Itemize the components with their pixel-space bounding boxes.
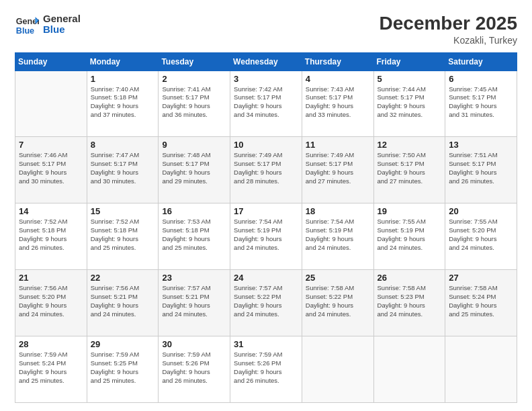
calendar-cell: 11Sunrise: 7:49 AMSunset: 5:17 PMDayligh… — [302, 137, 373, 203]
calendar-cell — [15, 71, 87, 137]
calendar-cell: 25Sunrise: 7:58 AMSunset: 5:22 PMDayligh… — [302, 270, 373, 336]
calendar-cell: 27Sunrise: 7:58 AMSunset: 5:24 PMDayligh… — [445, 270, 517, 336]
day-number: 1 — [91, 74, 155, 84]
day-number: 9 — [162, 140, 226, 150]
day-info: Sunrise: 7:59 AMSunset: 5:26 PMDaylight:… — [234, 351, 298, 385]
day-number: 29 — [91, 339, 155, 349]
logo-blue: Blue — [43, 24, 81, 36]
day-info: Sunrise: 7:58 AMSunset: 5:24 PMDaylight:… — [449, 284, 513, 318]
header: General Blue General Blue December 2025 … — [15, 12, 517, 46]
day-number: 7 — [19, 140, 83, 150]
day-number: 10 — [234, 140, 298, 150]
day-number: 25 — [306, 273, 370, 283]
calendar-cell: 20Sunrise: 7:55 AMSunset: 5:20 PMDayligh… — [445, 203, 517, 270]
day-info: Sunrise: 7:57 AMSunset: 5:22 PMDaylight:… — [234, 284, 298, 318]
calendar-cell: 18Sunrise: 7:54 AMSunset: 5:19 PMDayligh… — [302, 203, 373, 270]
header-thursday: Thursday — [302, 52, 373, 71]
day-number: 27 — [449, 273, 513, 283]
logo-general: General — [43, 13, 81, 25]
calendar-cell: 16Sunrise: 7:53 AMSunset: 5:18 PMDayligh… — [159, 203, 230, 270]
day-number: 18 — [306, 206, 370, 216]
week-row-1: 7Sunrise: 7:46 AMSunset: 5:17 PMDaylight… — [15, 137, 517, 203]
day-info: Sunrise: 7:58 AMSunset: 5:22 PMDaylight:… — [306, 284, 370, 318]
day-number: 15 — [91, 206, 155, 216]
day-number: 22 — [91, 273, 155, 283]
day-info: Sunrise: 7:57 AMSunset: 5:21 PMDaylight:… — [162, 284, 226, 318]
page: General Blue General Blue December 2025 … — [0, 0, 532, 411]
day-info: Sunrise: 7:52 AMSunset: 5:18 PMDaylight:… — [19, 218, 83, 252]
day-info: Sunrise: 7:58 AMSunset: 5:23 PMDaylight:… — [378, 284, 442, 318]
day-info: Sunrise: 7:44 AMSunset: 5:17 PMDaylight:… — [378, 85, 442, 120]
day-number: 26 — [378, 273, 442, 283]
day-number: 6 — [449, 74, 513, 84]
day-info: Sunrise: 7:52 AMSunset: 5:18 PMDaylight:… — [91, 218, 155, 252]
day-info: Sunrise: 7:54 AMSunset: 5:19 PMDaylight:… — [306, 218, 370, 252]
day-info: Sunrise: 7:48 AMSunset: 5:17 PMDaylight:… — [162, 151, 226, 185]
day-number: 28 — [19, 339, 83, 349]
day-number: 16 — [162, 206, 226, 216]
svg-text:Blue: Blue — [16, 26, 34, 36]
day-info: Sunrise: 7:40 AMSunset: 5:18 PMDaylight:… — [91, 85, 155, 120]
week-row-3: 21Sunrise: 7:56 AMSunset: 5:20 PMDayligh… — [15, 270, 517, 336]
day-info: Sunrise: 7:50 AMSunset: 5:17 PMDaylight:… — [378, 151, 442, 185]
calendar-cell — [302, 336, 373, 403]
day-info: Sunrise: 7:59 AMSunset: 5:26 PMDaylight:… — [162, 351, 226, 385]
day-number: 23 — [162, 273, 226, 283]
day-number: 17 — [234, 206, 298, 216]
calendar-cell — [445, 336, 517, 403]
day-info: Sunrise: 7:46 AMSunset: 5:17 PMDaylight:… — [19, 151, 83, 185]
day-info: Sunrise: 7:49 AMSunset: 5:17 PMDaylight:… — [234, 151, 298, 185]
location: Kozakli, Turkey — [380, 35, 517, 46]
calendar-cell — [373, 336, 445, 403]
calendar-cell: 28Sunrise: 7:59 AMSunset: 5:24 PMDayligh… — [15, 336, 87, 403]
month-title: December 2025 — [380, 12, 517, 35]
day-number: 11 — [306, 140, 370, 150]
week-row-4: 28Sunrise: 7:59 AMSunset: 5:24 PMDayligh… — [15, 336, 517, 403]
title-block: December 2025 Kozakli, Turkey — [380, 12, 517, 46]
calendar-cell: 14Sunrise: 7:52 AMSunset: 5:18 PMDayligh… — [15, 203, 87, 270]
calendar-cell: 23Sunrise: 7:57 AMSunset: 5:21 PMDayligh… — [159, 270, 230, 336]
day-number: 3 — [234, 74, 298, 84]
week-row-0: 1Sunrise: 7:40 AMSunset: 5:18 PMDaylight… — [15, 71, 517, 137]
weekday-header-row: Sunday Monday Tuesday Wednesday Thursday… — [15, 52, 517, 71]
header-wednesday: Wednesday — [230, 52, 302, 71]
calendar-cell: 1Sunrise: 7:40 AMSunset: 5:18 PMDaylight… — [87, 71, 159, 137]
day-number: 13 — [449, 140, 513, 150]
day-number: 2 — [162, 74, 226, 84]
calendar-cell: 24Sunrise: 7:57 AMSunset: 5:22 PMDayligh… — [230, 270, 302, 336]
day-number: 31 — [234, 339, 298, 349]
day-info: Sunrise: 7:45 AMSunset: 5:17 PMDaylight:… — [449, 85, 513, 120]
header-tuesday: Tuesday — [159, 52, 230, 71]
day-number: 5 — [378, 74, 442, 84]
calendar-cell: 29Sunrise: 7:59 AMSunset: 5:25 PMDayligh… — [87, 336, 159, 403]
week-row-2: 14Sunrise: 7:52 AMSunset: 5:18 PMDayligh… — [15, 203, 517, 270]
day-info: Sunrise: 7:43 AMSunset: 5:17 PMDaylight:… — [306, 85, 370, 120]
calendar-cell: 17Sunrise: 7:54 AMSunset: 5:19 PMDayligh… — [230, 203, 302, 270]
day-info: Sunrise: 7:59 AMSunset: 5:24 PMDaylight:… — [19, 351, 83, 385]
calendar-cell: 21Sunrise: 7:56 AMSunset: 5:20 PMDayligh… — [15, 270, 87, 336]
day-number: 21 — [19, 273, 83, 283]
day-number: 20 — [449, 206, 513, 216]
day-info: Sunrise: 7:56 AMSunset: 5:21 PMDaylight:… — [91, 284, 155, 318]
day-info: Sunrise: 7:41 AMSunset: 5:17 PMDaylight:… — [162, 85, 226, 120]
day-info: Sunrise: 7:51 AMSunset: 5:17 PMDaylight:… — [449, 151, 513, 185]
calendar-cell: 13Sunrise: 7:51 AMSunset: 5:17 PMDayligh… — [445, 137, 517, 203]
header-sunday: Sunday — [15, 52, 87, 71]
logo: General Blue General Blue — [15, 12, 81, 36]
day-number: 4 — [306, 74, 370, 84]
calendar-cell: 5Sunrise: 7:44 AMSunset: 5:17 PMDaylight… — [373, 71, 445, 137]
day-number: 19 — [378, 206, 442, 216]
calendar-cell: 4Sunrise: 7:43 AMSunset: 5:17 PMDaylight… — [302, 71, 373, 137]
day-number: 14 — [19, 206, 83, 216]
calendar-cell: 15Sunrise: 7:52 AMSunset: 5:18 PMDayligh… — [87, 203, 159, 270]
day-info: Sunrise: 7:54 AMSunset: 5:19 PMDaylight:… — [234, 218, 298, 252]
day-info: Sunrise: 7:56 AMSunset: 5:20 PMDaylight:… — [19, 284, 83, 318]
day-info: Sunrise: 7:53 AMSunset: 5:18 PMDaylight:… — [162, 218, 226, 252]
calendar-cell: 26Sunrise: 7:58 AMSunset: 5:23 PMDayligh… — [373, 270, 445, 336]
header-monday: Monday — [87, 52, 159, 71]
day-info: Sunrise: 7:47 AMSunset: 5:17 PMDaylight:… — [91, 151, 155, 185]
day-info: Sunrise: 7:42 AMSunset: 5:17 PMDaylight:… — [234, 85, 298, 120]
calendar: Sunday Monday Tuesday Wednesday Thursday… — [15, 52, 517, 403]
day-info: Sunrise: 7:49 AMSunset: 5:17 PMDaylight:… — [306, 151, 370, 185]
calendar-cell: 22Sunrise: 7:56 AMSunset: 5:21 PMDayligh… — [87, 270, 159, 336]
